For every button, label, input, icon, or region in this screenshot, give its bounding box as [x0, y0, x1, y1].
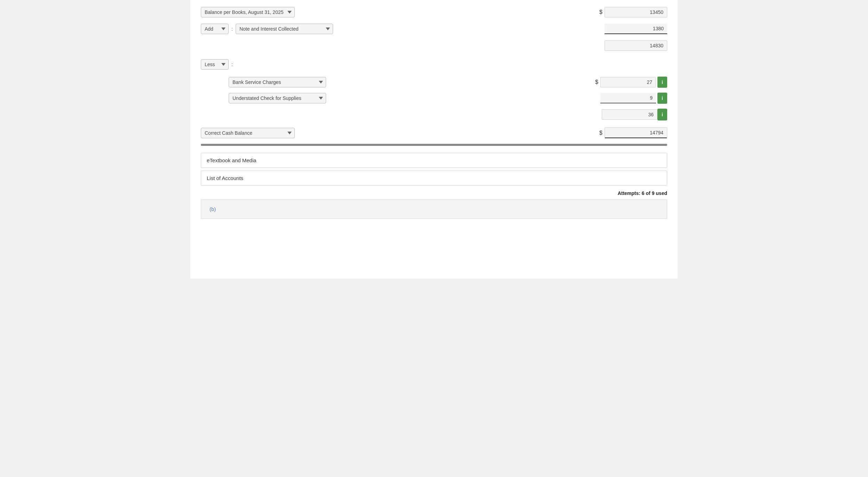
etextbook-section[interactable]: eTextbook and Media [201, 153, 667, 168]
correct-balance-select[interactable]: Correct Cash BalanceAdjusted Cash Balanc… [201, 128, 295, 138]
understated-right: i [600, 93, 667, 104]
balance-value[interactable] [605, 7, 667, 17]
divider [201, 144, 667, 146]
bank-service-row: Bank Service ChargesUnderstated Check fo… [229, 77, 667, 88]
bank-service-select[interactable]: Bank Service ChargesUnderstated Check fo… [229, 77, 326, 87]
less-verb-select[interactable]: AddLessAdd/Less [201, 59, 229, 70]
less-total-value[interactable] [602, 109, 657, 120]
etextbook-label: eTextbook and Media [207, 157, 257, 163]
add-note-row: AddLessAdd/Less : Note and Interest Coll… [201, 24, 667, 34]
attempts-label: Attempts: 6 of 9 used [618, 190, 667, 196]
colon-2: : [231, 62, 233, 67]
colon-1: : [231, 26, 233, 32]
bottom-spacer [201, 219, 667, 229]
understated-select[interactable]: Bank Service ChargesUnderstated Check fo… [229, 93, 326, 103]
correct-balance-right: $ [599, 127, 667, 138]
understated-row: Bank Service ChargesUnderstated Check fo… [229, 93, 667, 104]
balance-row: Balance per Books, August 31, 2025Balanc… [201, 7, 667, 17]
dollar-sign-3: $ [599, 130, 602, 136]
add-verb-select[interactable]: AddLessAdd/Less [201, 24, 229, 34]
subtotal-row [201, 40, 667, 51]
dollar-sign-1: $ [599, 9, 602, 15]
bank-service-info-btn[interactable]: i [657, 77, 667, 88]
subtotal-value[interactable] [605, 40, 667, 51]
add-note-value[interactable] [605, 24, 667, 34]
section-b: (b) [201, 200, 667, 219]
balance-right: $ [599, 7, 667, 17]
understated-value[interactable] [600, 93, 656, 103]
less-total-row: i [201, 109, 667, 120]
add-item-select[interactable]: Note and Interest CollectedDeposits in T… [236, 24, 333, 34]
bank-service-right: $ i [595, 77, 667, 88]
correct-balance-row: Correct Cash BalanceAdjusted Cash Balanc… [201, 127, 667, 138]
understated-info-btn[interactable]: i [657, 93, 667, 104]
bank-service-value[interactable] [600, 77, 656, 87]
less-total-info-btn[interactable]: i [657, 109, 667, 120]
add-note-right [605, 24, 667, 34]
balance-select[interactable]: Balance per Books, August 31, 2025Balanc… [201, 7, 295, 17]
list-accounts-label: List of Accounts [207, 175, 243, 181]
attempts-row: Attempts: 6 of 9 used [201, 190, 667, 196]
list-accounts-section[interactable]: List of Accounts [201, 171, 667, 186]
correct-balance-value[interactable] [605, 127, 667, 138]
less-row: AddLessAdd/Less : [201, 59, 667, 70]
main-container: Balance per Books, August 31, 2025Balanc… [190, 0, 678, 279]
dollar-sign-2: $ [595, 79, 598, 85]
section-b-label: (b) [210, 206, 216, 212]
